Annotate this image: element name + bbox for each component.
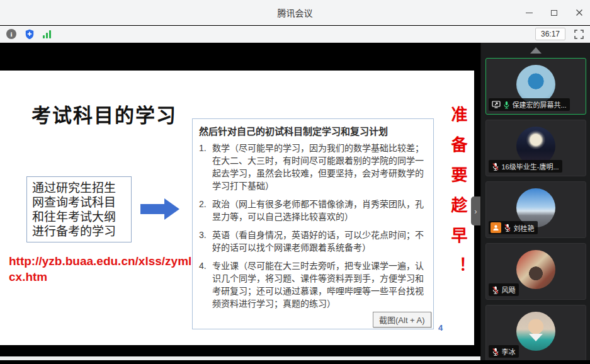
item-text: 英语（看自身情况，英语好的话，可以少花点时间；不好的话可以找个网课老师跟着系统备… (212, 229, 427, 254)
window-title: 腾讯会议 (278, 6, 313, 19)
screenshot-hint-tooltip[interactable]: 截图(Alt + A) (373, 312, 431, 327)
minimize-icon (526, 13, 533, 13)
mic-muted-icon (504, 224, 511, 232)
close-icon (576, 9, 583, 16)
scroll-up-button[interactable] (481, 43, 590, 58)
vertical-red-note: 准备要趁早！ (448, 106, 467, 287)
item-number: 3. (199, 229, 212, 254)
participant-name-tag: 16级毕业生-唐明... (489, 160, 562, 173)
mic-muted-icon (492, 286, 499, 294)
participant-name: 保建宏的屏幕共... (513, 100, 567, 110)
study-plan-heading: 然后针对自己的初试科目制定学习和复习计划 (199, 124, 427, 137)
network-signal-icon[interactable] (43, 30, 51, 38)
maximize-icon (551, 10, 557, 16)
participant-name-tag: 保建宏的屏幕共... (489, 98, 570, 111)
participant-tile[interactable]: 16级毕业生-唐明... (485, 120, 586, 176)
list-item: 3. 英语（看自身情况，英语好的话，可以少花点时间；不好的话可以找个网课老师跟着… (199, 229, 427, 254)
list-item: 2. 政治（网上有很多老师都不错像徐涛，肖秀荣团队，孔昱力等，可以自己选择比较喜… (199, 198, 427, 223)
mic-muted-icon (492, 348, 499, 356)
meeting-timer: 36:17 (535, 28, 565, 40)
arrow-right-shape (140, 198, 179, 220)
participant-name-tag: 李冰 (489, 345, 519, 358)
slide-title: 考试科目的学习 (31, 100, 177, 128)
presentation-slide: 考试科目的学习 通过研究生招生网查询考试科目和往年考试大纲进行备考的学习 htt… (0, 71, 474, 345)
mic-on-icon (503, 101, 510, 109)
list-item: 1. 数学（尽可能早的学习，因为我们的数学基础比较差；在大二、大三时，有时间尽可… (199, 142, 427, 192)
window-controls (525, 0, 584, 25)
main-content: 考试科目的学习 通过研究生招生网查询考试科目和往年考试大纲进行备考的学习 htt… (0, 43, 590, 360)
participant-tiles: 保建宏的屏幕共... 16级毕业生-唐明... (481, 58, 590, 360)
app-window: 腾讯会议 i 36:17 (0, 0, 590, 364)
item-number: 2. (199, 198, 212, 223)
chevron-down-icon (529, 334, 543, 352)
titlebar: 腾讯会议 (0, 0, 590, 25)
scroll-down-button[interactable] (529, 341, 543, 353)
sidebar-collapse-handle[interactable]: › (471, 196, 480, 225)
mic-muted-icon (492, 162, 499, 171)
toolbar-right: 36:17 (535, 28, 584, 40)
item-number: 1. (199, 142, 212, 192)
participant-name-tag: 风飏 (489, 283, 519, 296)
participant-name: 16级毕业生-唐明... (502, 161, 559, 171)
meeting-toolbar: i 36:17 (0, 26, 590, 43)
study-plan-box: 然后针对自己的初试科目制定学习和复习计划 1. 数学（尽可能早的学习，因为我们的… (192, 118, 434, 329)
item-text: 数学（尽可能早的学习，因为我们的数学基础比较差；在大二、大三时，有时间尽可能跟着… (212, 142, 427, 192)
maximize-button[interactable] (550, 8, 559, 17)
left-text-box: 通过研究生招生网查询考试科目和往年考试大纲进行备考的学习 (26, 176, 132, 242)
close-button[interactable] (575, 8, 584, 17)
item-text: 政治（网上有很多老师都不错像徐涛，肖秀荣团队，孔昱力等，可以自己选择比较喜欢的） (212, 198, 427, 223)
host-badge-icon (491, 222, 501, 233)
participants-sidebar: 保建宏的屏幕共... 16级毕业生-唐明... (480, 43, 590, 360)
item-number: 4. (199, 259, 212, 310)
toolbar-left: i (6, 29, 51, 40)
slide-page-number: 4 (438, 323, 443, 333)
screen-share-icon (492, 101, 501, 108)
shield-icon[interactable] (25, 29, 35, 40)
avatar (516, 250, 555, 289)
list-item: 4. 专业课（尽可能在大三时去旁听，把专业课学一遍，认识几个同学，将习题、课件等… (199, 259, 427, 310)
screen-share-area: 考试科目的学习 通过研究生招生网查询考试科目和往年考试大纲进行备考的学习 htt… (0, 43, 480, 360)
participant-name: 刘桂艳 (514, 223, 535, 233)
participant-name: 风飏 (502, 285, 516, 295)
participant-tile[interactable]: 风飏 (485, 243, 586, 300)
info-icon[interactable]: i (6, 29, 16, 39)
minimize-button[interactable] (525, 8, 533, 17)
participant-tile-sharing[interactable]: 保建宏的屏幕共... (485, 58, 586, 115)
participant-name-tag: 刘桂艳 (489, 221, 538, 234)
item-text: 专业课（尽可能在大三时去旁听，把专业课学一遍，认识几个同学，将习题、课件等资料弄… (212, 259, 427, 310)
participant-tile[interactable]: 刘桂艳 (485, 181, 586, 238)
participant-name: 李冰 (502, 346, 516, 356)
fullscreen-icon[interactable] (574, 30, 584, 39)
window-bottom-edge (0, 356, 480, 360)
chevron-up-icon (530, 47, 542, 54)
slide-url: http://yzb.buaa.edu.cn/xlss/zymlcx.htm (9, 253, 193, 285)
